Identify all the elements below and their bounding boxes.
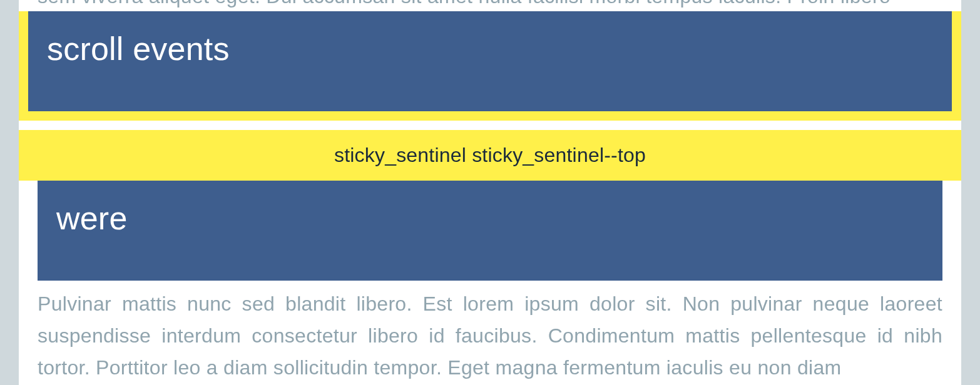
- partial-paragraph-text: sem viverra aliquet eget. Dui accumsan s…: [38, 0, 942, 10]
- sticky-sentinel-top: sticky_sentinel sticky_sentinel--top: [19, 130, 961, 181]
- header-title-1: scroll events: [47, 30, 933, 68]
- sticky-header-2: were: [38, 181, 942, 281]
- page-container: sem viverra aliquet eget. Dui accumsan s…: [19, 0, 961, 385]
- highlight-wrapper-1: scroll events: [19, 11, 961, 121]
- sticky-header-1: scroll events: [28, 11, 952, 111]
- body-paragraph: Pulvinar mattis nunc sed blandit libero.…: [19, 281, 961, 384]
- sentinel-label: sticky_sentinel sticky_sentinel--top: [334, 144, 646, 166]
- header-title-2: were: [56, 199, 924, 237]
- partial-paragraph-top: sem viverra aliquet eget. Dui accumsan s…: [19, 0, 961, 11]
